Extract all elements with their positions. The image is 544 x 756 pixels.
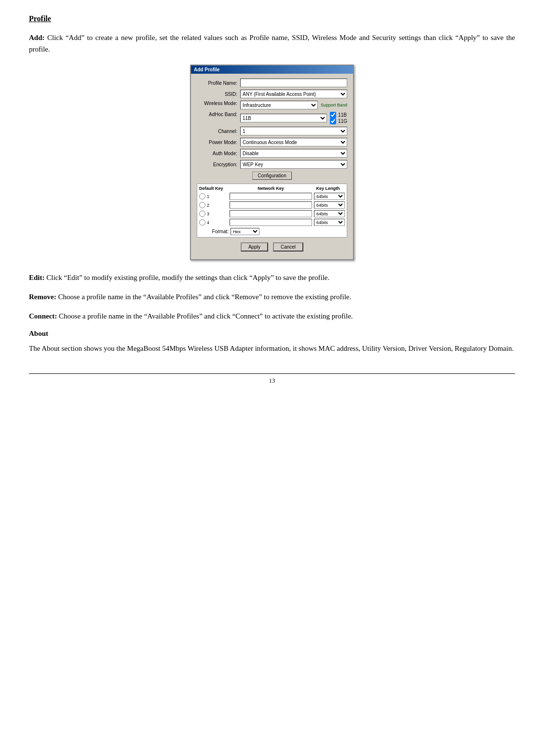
adhoc-band-row: AdHoc Band: 11B 11B 11G [197, 112, 347, 124]
dialog-container: Add Profile Profile Name: SSID: ANY (Fir… [29, 65, 515, 260]
key-length-select-2[interactable]: 64bits [314, 201, 345, 209]
dialog-buttons: Apply Cancel [197, 242, 347, 254]
channel-select[interactable]: 1 [240, 127, 347, 135]
apply-button[interactable]: Apply [241, 242, 268, 252]
encryption-row: Encryption: WEP Key [197, 160, 347, 169]
edit-section: Edit: Click “Edit” to modify existing pr… [29, 272, 515, 283]
key-length-select-4[interactable]: 64bits [314, 219, 345, 226]
wireless-mode-label: Wireless Mode: [197, 101, 240, 106]
ssid-select[interactable]: ANY (First Available Access Point) [240, 90, 347, 98]
key-input-1[interactable] [230, 193, 312, 200]
edit-text: Click “Edit” to modify existing profile,… [45, 274, 330, 281]
remove-text: Choose a profile name in the “Available … [56, 293, 352, 301]
dialog-body: Profile Name: SSID: ANY (First Available… [191, 74, 353, 259]
adhoc-band-label: AdHoc Band: [197, 112, 240, 117]
format-select[interactable]: Hex [231, 228, 259, 235]
auth-mode-row: Auth Mode: Disable [197, 149, 347, 158]
key-row-2: 2 64bits [199, 201, 345, 209]
key-row-4: 4 64bits [199, 219, 345, 226]
key-radio-3[interactable] [199, 211, 205, 217]
format-row: Format: Hex [199, 228, 345, 235]
band-11g-row: 11G [330, 118, 347, 124]
auth-mode-label: Auth Mode: [197, 151, 240, 156]
band-11b-checkbox[interactable] [330, 112, 336, 118]
key-row-4-label: 4 [207, 220, 209, 225]
remove-label: Remove: [29, 293, 56, 301]
page-title: Profile [29, 14, 515, 23]
power-mode-row: Power Mode: Continuous Access Mode [197, 138, 347, 146]
key-radio-2[interactable] [199, 202, 205, 208]
format-label: Format: [199, 229, 231, 234]
wireless-mode-row: Wireless Mode: Infrastructure Support Ba… [197, 101, 347, 109]
band-11g-label: 11G [338, 119, 347, 124]
about-heading: About [29, 330, 515, 338]
key-input-4[interactable] [230, 219, 312, 226]
profile-name-label: Profile Name: [197, 80, 240, 86]
add-section: Add: Click “Add” to create a new profile… [29, 32, 515, 55]
page-footer: 13 [29, 373, 515, 385]
add-text: Click “Add” to create a new profile, set… [29, 34, 515, 53]
add-profile-dialog: Add Profile Profile Name: SSID: ANY (Fir… [190, 65, 354, 260]
auth-mode-select[interactable]: Disable [240, 149, 347, 158]
connect-text: Choose a profile name in the “Available … [57, 312, 353, 320]
ssid-label: SSID: [197, 92, 240, 97]
key-row-2-label: 2 [207, 203, 209, 208]
connect-label: Connect: [29, 312, 57, 320]
key-length-select-1[interactable]: 64bits [314, 193, 345, 200]
col-default-label: Default Key [199, 186, 231, 191]
dialog-titlebar: Add Profile [191, 66, 353, 74]
about-text: The About section shows you the MegaBoos… [29, 343, 515, 354]
key-input-2[interactable] [230, 201, 312, 209]
band-11b-row: 11B [330, 112, 347, 118]
dialog-title: Add Profile [194, 67, 219, 72]
key-length-select-3[interactable]: 64bits [314, 210, 345, 217]
configuration-button[interactable]: Configuration [252, 172, 291, 180]
key-row-3-label: 3 [207, 212, 209, 216]
key-row-3: 3 64bits [199, 210, 345, 217]
band-11g-checkbox[interactable] [330, 118, 336, 124]
key-table-header: Default Key Network Key Key Length [199, 186, 345, 191]
edit-label: Edit: [29, 274, 45, 281]
ssid-row: SSID: ANY (First Available Access Point) [197, 90, 347, 98]
key-radio-1[interactable] [199, 193, 205, 199]
band-11b-label: 11B [338, 112, 347, 118]
support-band-title: Support Band [321, 103, 347, 107]
add-label: Add: [29, 34, 45, 41]
channel-row: Channel: 1 [197, 127, 347, 135]
adhoc-band-select[interactable]: 11B [240, 114, 327, 122]
profile-name-input[interactable] [240, 79, 347, 87]
power-mode-label: Power Mode: [197, 140, 240, 145]
page-number: 13 [269, 377, 275, 384]
key-row-1-label: 1 [207, 194, 209, 199]
remove-section: Remove: Choose a profile name in the “Av… [29, 291, 515, 303]
connect-section: Connect: Choose a profile name in the “A… [29, 310, 515, 322]
power-mode-select[interactable]: Continuous Access Mode [240, 138, 347, 146]
key-row-1: 1 64bits [199, 193, 345, 200]
col-network-label: Network Key [231, 186, 311, 191]
encryption-label: Encryption: [197, 162, 240, 167]
key-table-section: Default Key Network Key Key Length 1 64b… [197, 184, 347, 238]
key-radio-4[interactable] [199, 219, 205, 225]
encryption-select[interactable]: WEP Key [240, 160, 347, 169]
cancel-button[interactable]: Cancel [273, 242, 303, 252]
config-button-row: Configuration [197, 172, 347, 180]
key-input-3[interactable] [230, 210, 312, 217]
profile-name-row: Profile Name: [197, 79, 347, 87]
channel-label: Channel: [197, 129, 240, 134]
col-length-label: Key Length [311, 186, 345, 191]
wireless-mode-select[interactable]: Infrastructure [240, 101, 318, 109]
